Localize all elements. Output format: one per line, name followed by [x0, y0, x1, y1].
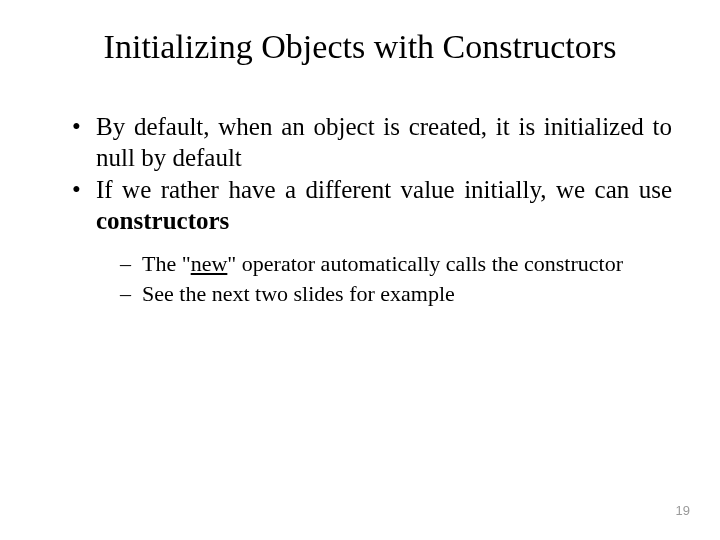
sub-bullet-list: The "new" operator automatically calls t…: [96, 250, 672, 307]
sub-bullet-text: " operator automatically calls the const…: [227, 251, 623, 276]
bullet-item: If we rather have a different value init…: [72, 175, 672, 307]
bullet-text: If we rather have a different value init…: [96, 176, 672, 203]
bullet-emphasis: constructors: [96, 207, 229, 234]
slide-title: Initializing Objects with Constructors: [48, 28, 672, 66]
sub-bullet-item: The "new" operator automatically calls t…: [120, 250, 672, 278]
sub-bullet-text: The ": [142, 251, 191, 276]
bullet-item: By default, when an object is created, i…: [72, 112, 672, 173]
page-number: 19: [676, 503, 690, 518]
sub-bullet-underline: new: [191, 251, 228, 276]
sub-bullet-item: See the next two slides for example: [120, 280, 672, 308]
bullet-list: By default, when an object is created, i…: [48, 112, 672, 307]
